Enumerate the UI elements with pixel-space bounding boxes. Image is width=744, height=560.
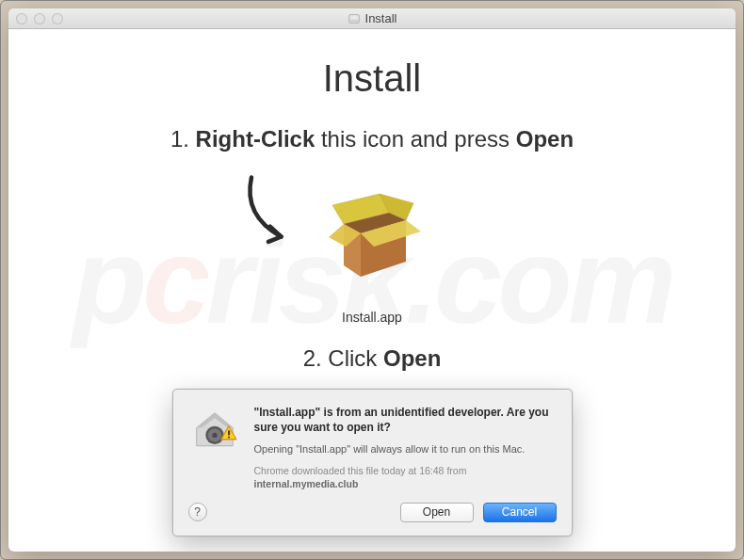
cancel-button[interactable]: Cancel [483, 503, 557, 522]
svg-point-4 [212, 433, 217, 438]
minimize-window-button[interactable] [34, 13, 45, 24]
install-app-icon[interactable] [315, 179, 429, 292]
svg-rect-5 [228, 430, 230, 435]
window-titlebar: Install [8, 8, 736, 29]
open-button[interactable]: Open [400, 503, 474, 522]
page-title: Install [46, 57, 698, 100]
close-window-button[interactable] [16, 13, 27, 24]
dialog-subtext: Opening "Install.app" will always allow … [254, 442, 557, 456]
gatekeeper-warning-icon [188, 405, 241, 457]
app-filename-label: Install.app [46, 310, 698, 325]
curved-arrow-icon [235, 167, 319, 256]
window-title-text: Install [365, 11, 397, 25]
help-icon: ? [194, 505, 201, 519]
window-title: Install [348, 11, 397, 25]
app-icon-area [46, 162, 698, 308]
desktop-background: Install pcrisk.com Install 1. Right-Clic… [0, 0, 744, 560]
gatekeeper-dialog: "Install.app" is from an unidentified de… [172, 389, 573, 536]
window-controls [16, 13, 63, 24]
step-1-instruction: 1. Right-Click this icon and press Open [46, 126, 698, 152]
svg-point-6 [227, 436, 229, 438]
dialog-download-info: Chrome downloaded this file today at 16:… [254, 464, 557, 490]
installer-window: Install pcrisk.com Install 1. Right-Clic… [8, 8, 736, 552]
help-button[interactable]: ? [188, 503, 207, 521]
disk-icon [348, 12, 361, 25]
dialog-heading: "Install.app" is from an unidentified de… [254, 405, 557, 435]
zoom-window-button[interactable] [52, 13, 63, 24]
svg-rect-1 [349, 19, 358, 22]
step-2-instruction: 2. Click Open [46, 345, 698, 372]
window-content: Install 1. Right-Click this icon and pre… [8, 29, 736, 552]
